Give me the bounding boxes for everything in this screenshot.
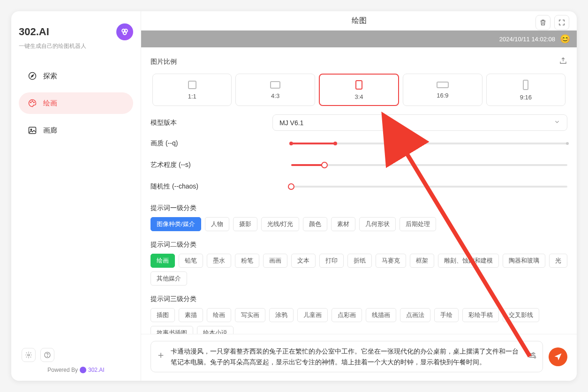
- svg-point-13: [533, 353, 534, 354]
- stylize-label: 艺术程度 (--s): [151, 161, 291, 169]
- tag[interactable]: 图像种类/媒介: [151, 217, 201, 231]
- tag[interactable]: 故事书插图: [151, 326, 193, 334]
- tag[interactable]: 雕刻、蚀刻和建模: [438, 254, 499, 268]
- tag[interactable]: 折纸: [347, 254, 372, 268]
- nav-draw-label: 绘画: [43, 99, 57, 108]
- tag[interactable]: 粉笔: [235, 254, 259, 268]
- ratio-3-4[interactable]: 3:4: [319, 74, 399, 106]
- tag[interactable]: 点彩画: [332, 308, 362, 322]
- send-button[interactable]: [549, 347, 567, 366]
- timestamp-bar: 2024/10/11 14:02:08 😊: [141, 30, 577, 47]
- tag[interactable]: 光线/灯光: [261, 217, 300, 231]
- brand-logo-icon: [116, 23, 133, 40]
- settings-button[interactable]: [22, 348, 36, 362]
- tag[interactable]: 马赛克: [376, 254, 406, 268]
- tag[interactable]: 写实画: [235, 308, 265, 322]
- tag[interactable]: 涂鸦: [269, 308, 294, 322]
- main-header: 绘图: [141, 11, 577, 30]
- tag[interactable]: 画画: [263, 254, 287, 268]
- tag[interactable]: 素材: [331, 217, 355, 231]
- stylize-slider[interactable]: [291, 164, 567, 166]
- tag[interactable]: 其他媒介: [151, 271, 187, 286]
- tag[interactable]: 陶器和玻璃: [503, 254, 545, 268]
- tag[interactable]: 几何形状: [359, 217, 396, 231]
- nav-gallery[interactable]: 画廊: [19, 120, 133, 141]
- brand-tagline: 一键生成自己的绘图机器人: [19, 42, 133, 50]
- svg-point-15: [534, 356, 535, 358]
- tag[interactable]: 素描: [179, 308, 203, 322]
- svg-point-2: [123, 31, 127, 35]
- powered-logo-icon: [80, 367, 86, 373]
- quality-label: 画质 (--q): [151, 139, 291, 148]
- ratio-label: 图片比例: [151, 58, 272, 66]
- tag[interactable]: 交叉影线: [503, 308, 539, 322]
- brand-title: 302.AI: [19, 26, 49, 38]
- svg-point-5: [30, 102, 31, 103]
- tag[interactable]: 文本: [291, 254, 316, 268]
- svg-point-10: [28, 354, 30, 356]
- image-icon: [27, 125, 38, 136]
- help-button[interactable]: [40, 348, 54, 362]
- tag[interactable]: 儿童画: [297, 308, 328, 322]
- powered-by: Powered By 302.AI: [47, 367, 104, 373]
- tag[interactable]: 铅笔: [179, 254, 203, 268]
- cat1-title: 提示词一级分类: [151, 204, 567, 212]
- prompt-input[interactable]: 卡通动漫风，一只穿着整齐西装的兔子正在繁忙的办公室中工作。它坐在一张现代化的办公…: [151, 341, 543, 372]
- tag[interactable]: 颜色: [303, 217, 327, 231]
- page-title: 绘图: [352, 16, 367, 26]
- nav-explore[interactable]: 探索: [19, 65, 133, 87]
- sidebar: 302.AI 一键生成自己的绘图机器人 探索 绘画 画廊: [11, 11, 141, 381]
- plus-icon[interactable]: [157, 351, 165, 362]
- tag[interactable]: 人物: [205, 217, 229, 231]
- model-value: MJ V6.1: [279, 119, 303, 127]
- tag[interactable]: 框架: [410, 254, 434, 268]
- tag[interactable]: 插图: [151, 308, 175, 322]
- nav: 探索 绘画 画廊: [19, 65, 133, 141]
- chaos-label: 随机性 (--chaos): [151, 182, 291, 191]
- svg-marker-4: [31, 75, 34, 77]
- delete-button[interactable]: [535, 15, 550, 30]
- ratio-9-16[interactable]: 9:16: [486, 74, 565, 106]
- fullscreen-button[interactable]: [554, 15, 569, 30]
- app-frame: 302.AI 一键生成自己的绘图机器人 探索 绘画 画廊: [11, 11, 577, 381]
- cat1-tags: 图像种类/媒介 人物 摄影 光线/灯光 颜色 素材 几何形状 后期处理: [151, 217, 567, 231]
- tag[interactable]: 墨水: [207, 254, 231, 268]
- svg-point-14: [530, 354, 532, 356]
- svg-point-7: [34, 102, 35, 103]
- smile-icon: 😊: [560, 34, 570, 44]
- ratio-options: 1:1 4:3 3:4 16:9 9:16: [151, 74, 567, 106]
- tag[interactable]: 绘画: [151, 254, 175, 268]
- svg-point-12: [47, 356, 47, 357]
- palette-icon: [27, 98, 38, 108]
- nav-draw[interactable]: 绘画: [19, 92, 133, 114]
- export-icon[interactable]: [559, 57, 567, 67]
- cat3-title: 提示词三级分类: [151, 295, 567, 303]
- chevron-down-icon: [554, 119, 560, 127]
- nav-gallery-label: 画廊: [43, 126, 57, 135]
- svg-point-6: [32, 101, 33, 102]
- adjust-icon[interactable]: [528, 350, 537, 362]
- tag[interactable]: 手绘: [434, 308, 459, 322]
- ratio-1-1[interactable]: 1:1: [152, 74, 232, 106]
- compass-icon: [27, 71, 38, 81]
- tag[interactable]: 点画法: [400, 308, 430, 322]
- tag[interactable]: 光: [549, 254, 567, 268]
- timestamp: 2024/10/11 14:02:08: [499, 36, 555, 43]
- tag[interactable]: 后期处理: [400, 217, 436, 231]
- tag[interactable]: 绘画: [207, 308, 231, 322]
- svg-point-9: [30, 129, 32, 130]
- model-select[interactable]: MJ V6.1: [272, 114, 567, 131]
- cat3-tags: 插图 素描 绘画 写实画 涂鸦 儿童画 点彩画 线描画 点画法 手绘 彩绘手稿 …: [151, 308, 567, 334]
- tag[interactable]: 线描画: [366, 308, 396, 322]
- quality-slider[interactable]: [291, 143, 567, 144]
- tag[interactable]: 打印: [319, 254, 344, 268]
- tag[interactable]: 摄影: [233, 217, 257, 231]
- prompt-text: 卡通动漫风，一只穿着整齐西装的兔子正在繁忙的办公室中工作。它坐在一张现代化的办公…: [171, 347, 519, 365]
- cat2-tags: 绘画 铅笔 墨水 粉笔 画画 文本 打印 折纸 马赛克 框架 雕刻、蚀刻和建模 …: [151, 254, 567, 286]
- tag[interactable]: 彩绘手稿: [462, 308, 499, 322]
- main-panel: 绘图 2024/10/11 14:02:08 😊 图片比例 1:1 4:3 3:…: [141, 11, 577, 381]
- chaos-slider[interactable]: [291, 186, 567, 188]
- ratio-4-3[interactable]: 4:3: [235, 74, 315, 106]
- tag[interactable]: 绘本小说: [197, 326, 234, 334]
- ratio-16-9[interactable]: 16:9: [403, 74, 482, 106]
